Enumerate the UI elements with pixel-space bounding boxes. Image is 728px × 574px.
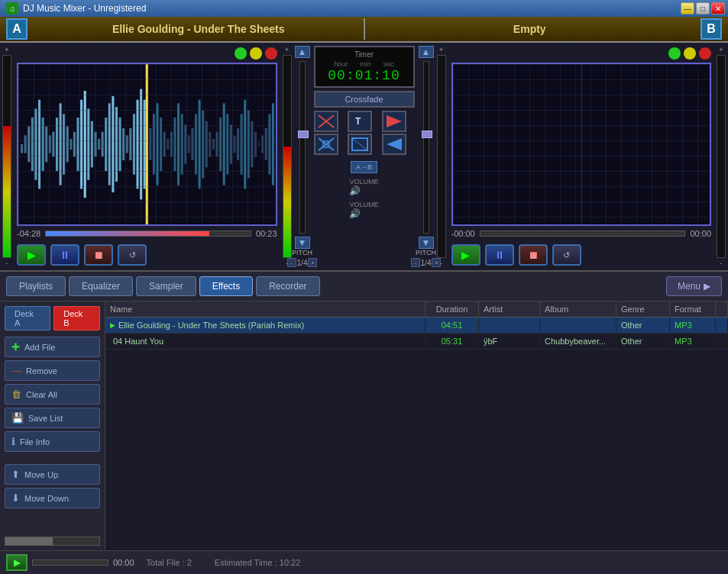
move-up-button[interactable]: ⬆ Move Up <box>5 464 100 485</box>
deck-a-pitch-slider[interactable] <box>299 61 306 234</box>
deck-b-title: Empty <box>365 23 695 35</box>
deck-b-label: B <box>700 18 722 40</box>
deck-b-progress-bar[interactable] <box>480 231 686 237</box>
sidebar-deck-a-tab[interactable]: Deck A <box>5 306 50 331</box>
deck-a-btn-red[interactable] <box>265 47 277 60</box>
cell-duration-0: 04:51 <box>425 318 479 333</box>
deck-b-vu-left: + - <box>435 43 448 270</box>
deck-a-top-controls <box>17 47 277 60</box>
deck-a-progress-bar[interactable] <box>45 231 251 237</box>
volume-b-icon: 🔊 <box>349 208 361 219</box>
minimize-button[interactable]: — <box>681 2 694 15</box>
add-icon: ✚ <box>11 341 20 353</box>
cell-name-1: 04 Haunt You <box>105 334 425 349</box>
timer-digits: 00:01:10 <box>322 68 407 83</box>
cf-btn-6[interactable] <box>382 134 406 155</box>
deck-a-auto-button[interactable]: ↺ <box>118 244 147 266</box>
crossfade-button[interactable]: Crossfade <box>314 91 415 108</box>
table-row[interactable]: ▶ Ellie Goulding - Under The Sheets (Par… <box>105 318 728 334</box>
volume-a-section: VOLUME 🔊 <box>349 178 378 196</box>
tab-equalizer[interactable]: Equalizer <box>69 276 133 296</box>
tab-sampler[interactable]: Sampler <box>136 276 196 296</box>
volume-b-label: VOLUME <box>349 201 378 208</box>
clear-all-button[interactable]: 🗑 Clear All <box>5 384 100 405</box>
total-files: Total File : 2 <box>147 558 192 567</box>
file-info-button[interactable]: ℹ File Info <box>5 431 100 452</box>
deck-a-pause-button[interactable]: ⏸ <box>50 244 79 266</box>
deck-a-pitch-up[interactable]: ▲ <box>295 46 310 58</box>
maximize-button[interactable]: □ <box>696 2 710 15</box>
deck-b-pitch-down[interactable]: ▼ <box>419 237 434 249</box>
deck-a-pitch-side: ▲ ▼ PITCH - 1/4 + <box>294 43 311 270</box>
cf-btn-5[interactable] <box>348 134 372 155</box>
deck-b-stop-button[interactable]: ⏹ <box>519 244 548 266</box>
save-list-button[interactable]: 💾 Save List <box>5 408 100 428</box>
deck-b-pitch-slider[interactable] <box>423 61 429 234</box>
deck-a-btn-green[interactable] <box>235 47 247 60</box>
sidebar-deck-b-tab[interactable]: Deck B <box>53 306 100 331</box>
cell-artist-1: ÿbF <box>479 334 540 349</box>
table-row[interactable]: 04 Haunt You 05:31 ÿbF Chubbybeaver... O… <box>105 334 728 350</box>
cf-btn-1[interactable] <box>314 111 338 132</box>
deck-b-transport: ▶ ⏸ ⏹ ↺ <box>451 244 712 266</box>
move-down-button[interactable]: ⬇ Move Down <box>5 488 100 508</box>
deck-b-pause-button[interactable]: ⏸ <box>485 244 514 266</box>
deck-a-stop-button[interactable]: ⏹ <box>84 244 113 266</box>
deck-b-pitch-minus[interactable]: - <box>411 258 420 267</box>
cell-genre-1: Other <box>616 334 670 349</box>
col-format: Format <box>670 302 716 317</box>
status-info: Total File : 2 Estimated Time : 10:22 <box>147 558 301 567</box>
cell-format-1: MP3 <box>670 334 716 349</box>
tab-playlists[interactable]: Playlists <box>6 276 66 296</box>
deck-b-btn-red[interactable] <box>699 47 711 60</box>
play-indicator-0: ▶ <box>110 321 115 329</box>
deck-b-pitch-up[interactable]: ▲ <box>419 46 434 58</box>
cell-album-0 <box>540 318 616 333</box>
ab-indicator[interactable]: A→B <box>351 161 377 173</box>
deck-b-pitch-side: ▲ ▼ PITCH - 1/4 + <box>418 43 435 270</box>
status-bar: ▶ 00:00 Total File : 2 Estimated Time : … <box>0 550 728 574</box>
deck-b-top-controls <box>451 47 712 60</box>
deck-a-label: A <box>6 18 28 40</box>
cf-btn-2[interactable]: T <box>348 111 372 132</box>
tab-effects[interactable]: Effects <box>199 276 253 296</box>
deck-a-pitch-down[interactable]: ▼ <box>295 237 310 249</box>
tab-bar: Playlists Equalizer Sampler Effects Reco… <box>0 272 728 302</box>
timer-box: Timer hour min sec 00:01:10 <box>314 46 415 88</box>
deck-a-title: Ellie Goulding - Under The Sheets <box>34 23 364 35</box>
tab-recorder[interactable]: Recorder <box>256 276 319 296</box>
app-icon: ♫ <box>6 2 18 15</box>
deck-b-vu-right: + - <box>714 43 728 270</box>
playlist-table: Name Duration Artist Album Genre Format … <box>105 302 728 550</box>
deck-b-elapsed: -00:00 <box>451 229 475 238</box>
svg-marker-76 <box>387 115 402 127</box>
deck-b-waveform <box>451 63 712 226</box>
cell-album-1: Chubbybeaver... <box>540 334 616 349</box>
close-button[interactable]: ✕ <box>711 2 725 15</box>
add-file-button[interactable]: ✚ Add File <box>5 337 100 357</box>
deck-b-play-button[interactable]: ▶ <box>451 244 480 266</box>
remove-button[interactable]: — Remove <box>5 360 100 381</box>
deck-b-btn-green[interactable] <box>668 47 681 60</box>
deck-a-play-button[interactable]: ▶ <box>17 244 46 266</box>
deck-b-auto-button[interactable]: ↺ <box>552 244 581 266</box>
cf-btn-3[interactable] <box>382 111 406 132</box>
deck-b-main: -00:00 00:00 ▶ ⏸ ⏹ ↺ <box>448 43 715 270</box>
deck-a-time-row: -04:28 00:23 <box>17 229 277 238</box>
bottom-progress-bar[interactable] <box>32 559 108 566</box>
menu-button[interactable]: Menu ▶ <box>666 276 722 296</box>
remove-icon: — <box>11 365 21 376</box>
timer-label: Timer <box>322 50 407 59</box>
vu-bar-left-b <box>437 55 446 258</box>
deck-b-btn-yellow[interactable] <box>684 47 696 60</box>
sidebar: Deck A Deck B ✚ Add File — Remove 🗑 Clea… <box>0 302 105 550</box>
deck-b-remaining: 00:00 <box>690 229 711 238</box>
deck-a-pitch-plus[interactable]: + <box>308 258 317 267</box>
deck-a-btn-yellow[interactable] <box>250 47 262 60</box>
bottom-play-button[interactable]: ▶ <box>6 554 28 571</box>
col-duration: Duration <box>425 302 479 317</box>
deck-b-time-row: -00:00 00:00 <box>451 229 712 238</box>
cf-btn-4[interactable] <box>314 134 338 155</box>
sidebar-scrollbar[interactable] <box>5 537 100 546</box>
svg-text:T: T <box>355 116 361 127</box>
